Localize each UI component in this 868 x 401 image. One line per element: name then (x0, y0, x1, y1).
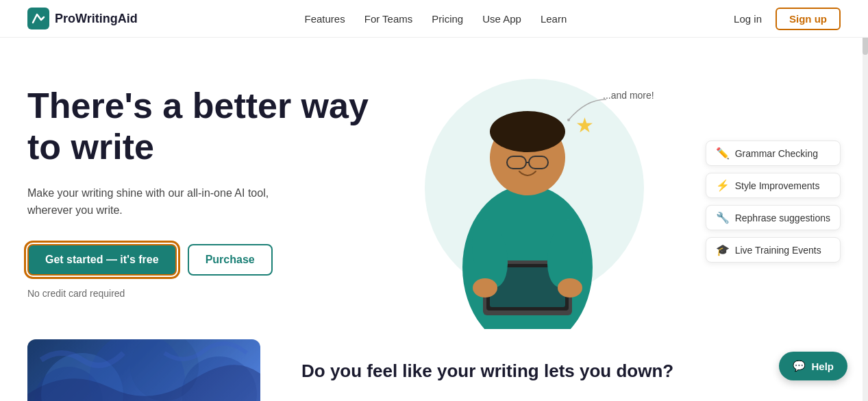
svg-point-3 (490, 111, 565, 152)
logo[interactable]: ProWritingAid (27, 8, 138, 29)
logo-text: ProWritingAid (55, 12, 138, 26)
svg-point-13 (558, 278, 582, 297)
hero-subtitle: Make your writing shine with our all-in-… (27, 184, 274, 219)
logo-icon (27, 8, 49, 29)
pill-grammar: ✏️ Grammar Checking (706, 141, 841, 166)
nav-link-features[interactable]: Features (305, 13, 345, 25)
nav-link-learn[interactable]: Learn (541, 13, 567, 25)
pill-training: 🎓 Live Training Events (706, 237, 841, 263)
signup-button[interactable]: Sign up (776, 8, 841, 30)
svg-point-14 (567, 119, 570, 121)
feature-pills: ✏️ Grammar Checking ⚡ Style Improvements… (706, 141, 841, 263)
pill-rephrase: 🔧 Rephrase suggestions (706, 205, 841, 230)
navbar: ProWritingAid Features For Teams Pricing… (0, 0, 868, 38)
get-started-button[interactable]: Get started — it's free (27, 244, 177, 276)
svg-rect-0 (27, 8, 49, 29)
no-credit-text: No credit card required (27, 288, 384, 299)
help-icon: 💬 (793, 360, 806, 372)
bottom-image (27, 339, 260, 401)
hero-buttons: Get started — it's free Purchase (27, 244, 384, 276)
nav-link-useapp[interactable]: Use App (482, 13, 521, 25)
hero-image-area: ★ ...and more! ✏️ Grammar Checking ⚡ Sty… (384, 72, 841, 332)
training-icon: 🎓 (716, 243, 730, 256)
svg-point-12 (473, 278, 497, 297)
nav-links: Features For Teams Pricing Use App Learn (305, 13, 567, 25)
nav-link-teams[interactable]: For Teams (364, 13, 413, 25)
rephrase-icon: 🔧 (716, 211, 730, 224)
login-button[interactable]: Log in (734, 13, 762, 25)
and-more-label: ...and more! (603, 89, 654, 101)
hero-content: There's a better way to write Make your … (27, 72, 384, 299)
bottom-text-area: Do you feel like your writing lets you d… (301, 339, 673, 383)
scrollbar[interactable] (863, 0, 868, 401)
nav-link-pricing[interactable]: Pricing (432, 13, 463, 25)
bottom-title: Do you feel like your writing lets you d… (301, 360, 673, 383)
help-label: Help (811, 361, 834, 372)
hero-section: There's a better way to write Make your … (0, 38, 868, 332)
style-icon: ⚡ (716, 179, 730, 192)
hero-title: There's a better way to write (27, 86, 384, 168)
purchase-button[interactable]: Purchase (188, 244, 273, 276)
bottom-section: Do you feel like your writing lets you d… (0, 339, 868, 401)
pill-style: ⚡ Style Improvements (706, 173, 841, 198)
nav-actions: Log in Sign up (734, 8, 841, 30)
help-button[interactable]: 💬 Help (779, 352, 847, 380)
grammar-icon: ✏️ (716, 147, 730, 160)
